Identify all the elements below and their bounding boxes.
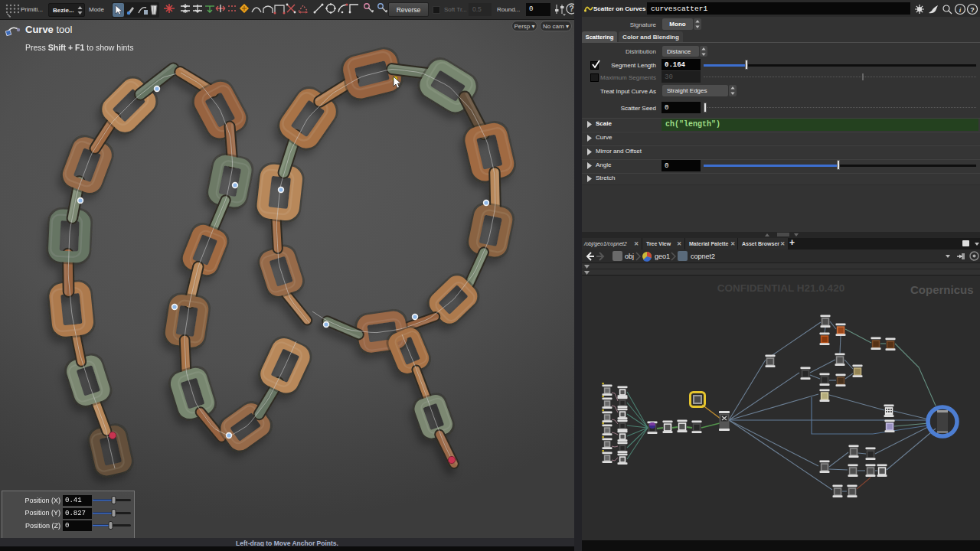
svg-text:?: ?	[569, 5, 573, 13]
svg-text:i: i	[959, 6, 962, 14]
svg-text:?: ?	[970, 6, 975, 14]
